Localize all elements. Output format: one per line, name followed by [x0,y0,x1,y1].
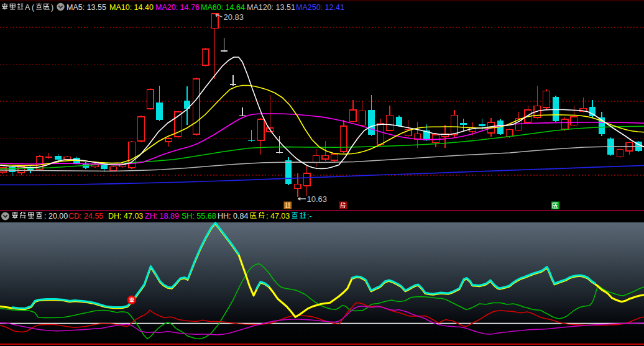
svg-text:A (: A ( [25,3,35,12]
svg-text::-: :- [307,212,312,221]
svg-text:MA250: 12.41: MA250: 12.41 [296,3,344,12]
svg-text:SH: 55.68: SH: 55.68 [182,212,216,221]
svg-text:MA5: 13.55: MA5: 13.55 [67,3,106,12]
svg-text:): ) [51,3,53,12]
svg-text:20.83: 20.83 [224,12,244,22]
svg-text:HH: 0.84: HH: 0.84 [218,212,248,221]
svg-text:MA20: 14.76: MA20: 14.76 [155,3,200,12]
svg-text:ZH: 18.89: ZH: 18.89 [145,212,179,221]
svg-text:CD: 24.55: CD: 24.55 [68,212,103,221]
svg-text:10.63: 10.63 [307,194,328,204]
svg-text:: 47.03: : 47.03 [266,212,290,221]
svg-text:MA10: 14.40: MA10: 14.40 [109,3,154,12]
svg-text:MA120: 13.51: MA120: 13.51 [247,3,295,12]
svg-text:: 20.00: : 20.00 [44,212,68,221]
svg-text:MA60: 14.64: MA60: 14.64 [201,3,245,12]
svg-text:DH: 47.03: DH: 47.03 [108,212,143,221]
